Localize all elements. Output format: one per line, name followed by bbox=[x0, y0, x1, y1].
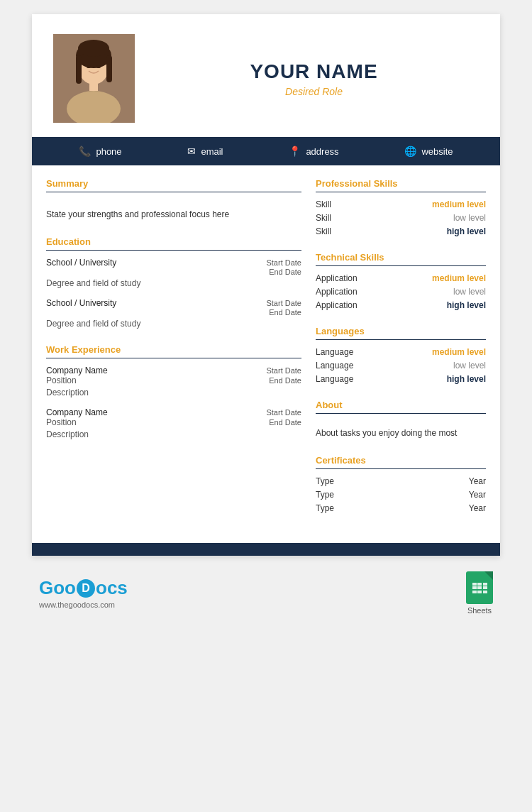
svg-rect-4 bbox=[76, 55, 82, 84]
sheets-icon bbox=[466, 571, 493, 604]
cert-year-1: Year bbox=[469, 476, 486, 486]
sheets-label: Sheets bbox=[467, 606, 492, 615]
tech-skill-level-1: medium level bbox=[432, 273, 486, 283]
cert-year-2: Year bbox=[469, 490, 486, 500]
work-end-1: End Date bbox=[269, 376, 301, 385]
pro-skill-name-2: Skill bbox=[316, 213, 331, 223]
lang-3: Language high level bbox=[316, 374, 486, 384]
edu-degree-1: Degree and field of study bbox=[46, 278, 301, 288]
svg-rect-5 bbox=[106, 55, 112, 82]
branding-area: Goo D ocs www.thegoodocs.com bbox=[32, 556, 500, 622]
work-section: Work Experience Company Name Start Date … bbox=[46, 344, 301, 439]
edu-end-1: End Date bbox=[269, 268, 301, 276]
edu-school-2: School / University bbox=[46, 298, 116, 308]
contact-phone: 📞 phone bbox=[79, 146, 121, 157]
cert-type-3: Type bbox=[316, 503, 334, 513]
pro-skill-level-1: medium level bbox=[432, 199, 486, 209]
technical-skills-section: Technical Skills Application medium leve… bbox=[316, 252, 486, 310]
gooddocs-brand: Goo D ocs www.thegoodocs.com bbox=[39, 577, 128, 609]
lang-level-3: high level bbox=[447, 374, 486, 384]
svg-rect-7 bbox=[89, 82, 98, 91]
svg-point-10 bbox=[96, 65, 101, 68]
contact-address: 📍 address bbox=[289, 146, 338, 157]
logo-d-icon: D bbox=[77, 579, 95, 598]
cert-type-2: Type bbox=[316, 490, 334, 500]
edu-entry-1: School / University Start Date End Date … bbox=[46, 258, 301, 288]
sheets-cell bbox=[477, 583, 482, 586]
tech-skill-level-3: high level bbox=[447, 300, 486, 310]
pro-skills-title: Professional Skills bbox=[316, 178, 486, 189]
gooddocs-logo: Goo D ocs bbox=[39, 577, 128, 599]
photo-placeholder bbox=[53, 34, 135, 123]
person-silhouette bbox=[53, 34, 135, 123]
edu-row-1: School / University Start Date bbox=[46, 258, 301, 268]
about-text: About tasks you enjoy doing the most bbox=[316, 427, 486, 439]
email-icon: ✉ bbox=[187, 146, 196, 157]
about-divider bbox=[316, 413, 486, 414]
resume-body: Summary State your strengths and profess… bbox=[32, 165, 500, 543]
work-divider bbox=[46, 358, 301, 358]
edu-entry-2: School / University Start Date End Date … bbox=[46, 298, 301, 329]
resume-card: YOUR NAME Desired Role 📞 phone ✉ email 📍… bbox=[32, 14, 500, 556]
logo-goo: Goo bbox=[39, 577, 76, 599]
about-title: About bbox=[316, 400, 486, 410]
sheets-cell bbox=[483, 586, 487, 589]
location-icon: 📍 bbox=[289, 146, 301, 157]
svg-point-9 bbox=[87, 65, 91, 68]
pro-skill-1: Skill medium level bbox=[316, 199, 486, 209]
pro-skill-3: Skill high level bbox=[316, 226, 486, 236]
certificates-section: Certificates Type Year Type Year Type Ye… bbox=[316, 455, 486, 513]
work-title: Work Experience bbox=[46, 344, 301, 355]
website-label: website bbox=[421, 146, 453, 157]
edu-degree-2: Degree and field of study bbox=[46, 319, 301, 329]
brand-url: www.thegoodocs.com bbox=[39, 600, 128, 609]
tech-skill-1: Application medium level bbox=[316, 273, 486, 283]
desired-role: Desired Role bbox=[156, 86, 472, 97]
pro-skill-name-3: Skill bbox=[316, 226, 331, 236]
lang-level-2: low level bbox=[453, 361, 486, 371]
work-row-1a: Company Name Start Date bbox=[46, 366, 301, 375]
sheets-cell bbox=[477, 586, 482, 589]
tech-skill-level-2: low level bbox=[453, 287, 486, 297]
work-desc-2: Description bbox=[46, 429, 301, 439]
lang-2: Language low level bbox=[316, 361, 486, 371]
work-position-2: Position bbox=[46, 417, 77, 427]
education-title: Education bbox=[46, 236, 301, 247]
sheets-icon-wrap: Sheets bbox=[466, 571, 493, 615]
sheets-cell bbox=[477, 591, 482, 593]
work-entry-1: Company Name Start Date Position End Dat… bbox=[46, 366, 301, 397]
work-row-2b: Position End Date bbox=[46, 417, 301, 427]
tech-skill-3: Application high level bbox=[316, 300, 486, 310]
sheets-cell bbox=[483, 583, 487, 586]
certificates-divider bbox=[316, 468, 486, 469]
work-start-1: Start Date bbox=[266, 366, 301, 375]
tech-skills-title: Technical Skills bbox=[316, 252, 486, 263]
lang-name-3: Language bbox=[316, 374, 353, 384]
work-start-2: Start Date bbox=[266, 408, 301, 417]
languages-title: Languages bbox=[316, 326, 486, 336]
work-entry-2: Company Name Start Date Position End Dat… bbox=[46, 407, 301, 439]
candidate-name: YOUR NAME bbox=[156, 60, 472, 83]
sheets-cell bbox=[472, 586, 477, 589]
logo-ocs: ocs bbox=[96, 577, 128, 599]
edu-start-2: Start Date bbox=[266, 299, 301, 307]
phone-label: phone bbox=[96, 146, 121, 157]
edu-row-2: School / University Start Date bbox=[46, 298, 301, 308]
summary-title: Summary bbox=[46, 178, 301, 189]
profile-photo bbox=[53, 34, 135, 123]
pro-skill-2: Skill low level bbox=[316, 213, 486, 223]
work-company-1: Company Name bbox=[46, 366, 108, 375]
work-position-1: Position bbox=[46, 375, 77, 385]
pro-skills-divider bbox=[316, 192, 486, 192]
sheets-grid bbox=[472, 583, 487, 593]
education-divider bbox=[46, 250, 301, 251]
cert-year-3: Year bbox=[469, 503, 486, 513]
work-row-2a: Company Name Start Date bbox=[46, 407, 301, 417]
languages-section: Languages Language medium level Language… bbox=[316, 326, 486, 384]
tech-skills-divider bbox=[316, 265, 486, 266]
svg-point-6 bbox=[78, 40, 109, 57]
lang-name-2: Language bbox=[316, 361, 353, 371]
cert-2: Type Year bbox=[316, 490, 486, 500]
cert-1: Type Year bbox=[316, 476, 486, 486]
pro-skill-name-1: Skill bbox=[316, 199, 331, 209]
